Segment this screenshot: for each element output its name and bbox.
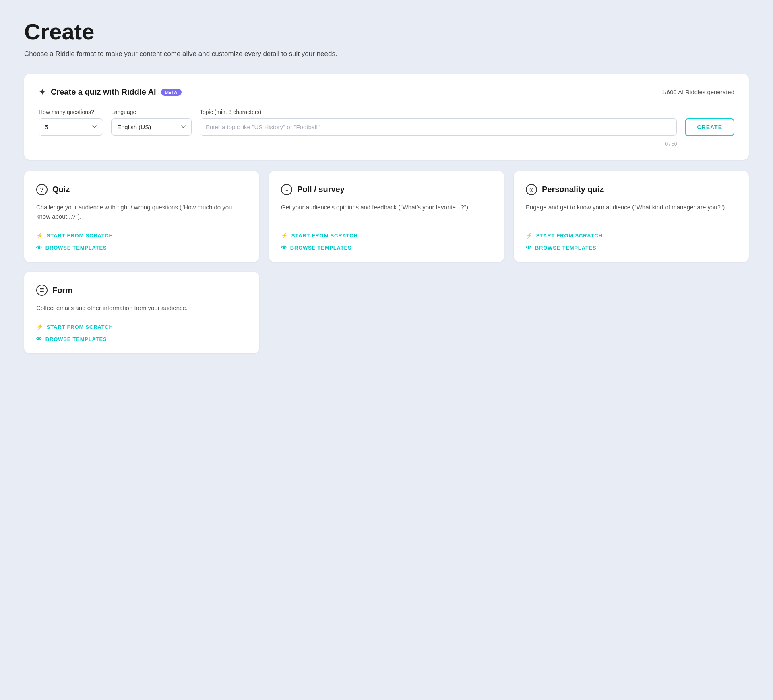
poll-card-title: Poll / survey [297,185,345,194]
questions-group: How many questions? 5 1 2 3 4 6 7 8 9 10 [39,109,103,136]
form-icon: ☰ [36,285,48,296]
form-card-title: Form [52,286,72,295]
topic-group: Topic (min. 3 characters) 0 / 50 [200,109,677,147]
quiz-start-scratch-link[interactable]: ⚡ START FROM SCRATCH [36,232,247,239]
ai-section: ✦ Create a quiz with Riddle AI BETA 1/60… [24,74,749,160]
personality-card-header: ◎ Personality quiz [526,184,737,195]
page-subtitle: Choose a Riddle format to make your cont… [24,50,749,58]
poll-start-scratch-label: START FROM SCRATCH [291,233,358,239]
cards-grid-top: ? Quiz Challenge your audience with righ… [24,171,749,262]
form-browse-templates-link[interactable]: 👁 BROWSE TEMPLATES [36,336,247,342]
quiz-card-header: ? Quiz [36,184,247,195]
magic-wand-icon: ✦ [39,87,46,97]
language-label: Language [111,109,192,115]
language-group: Language English (US) English (UK) Frenc… [111,109,192,136]
poll-icon: ≡ [281,184,292,195]
lightning-icon-personality: ⚡ [526,232,533,239]
quiz-browse-templates-link[interactable]: 👁 BROWSE TEMPLATES [36,244,247,251]
poll-browse-templates-label: BROWSE TEMPLATES [290,245,352,251]
quiz-card-actions: ⚡ START FROM SCRATCH 👁 BROWSE TEMPLATES [36,232,247,251]
poll-browse-templates-link[interactable]: 👁 BROWSE TEMPLATES [281,244,492,251]
ai-riddles-counter: 1/600 AI Riddles generated [661,89,734,95]
form-card: ☰ Form Collect emails and other informat… [24,272,259,353]
personality-browse-templates-label: BROWSE TEMPLATES [535,245,597,251]
form-start-scratch-link[interactable]: ⚡ START FROM SCRATCH [36,324,247,330]
lightning-icon-poll: ⚡ [281,232,288,239]
cards-grid-bottom: ☰ Form Collect emails and other informat… [24,272,749,353]
language-select[interactable]: English (US) English (UK) French German … [111,118,192,136]
char-count: 0 / 50 [200,141,677,147]
lightning-icon-form: ⚡ [36,324,43,330]
eye-icon-poll: 👁 [281,244,287,251]
page-title: Create [24,19,749,44]
topic-input[interactable] [200,118,677,136]
topic-label: Topic (min. 3 characters) [200,109,677,115]
quiz-card: ? Quiz Challenge your audience with righ… [24,171,259,262]
quiz-browse-templates-label: BROWSE TEMPLATES [45,245,107,251]
lightning-icon: ⚡ [36,232,43,239]
poll-start-scratch-link[interactable]: ⚡ START FROM SCRATCH [281,232,492,239]
personality-browse-templates-link[interactable]: 👁 BROWSE TEMPLATES [526,244,737,251]
poll-card-header: ≡ Poll / survey [281,184,492,195]
topic-input-wrapper [200,118,677,136]
form-card-header: ☰ Form [36,285,247,296]
ai-create-button[interactable]: CREATE [685,118,734,136]
ai-section-header: ✦ Create a quiz with Riddle AI BETA 1/60… [39,87,734,97]
form-browse-templates-label: BROWSE TEMPLATES [45,336,107,342]
poll-card: ≡ Poll / survey Get your audience's opin… [269,171,504,262]
poll-card-actions: ⚡ START FROM SCRATCH 👁 BROWSE TEMPLATES [281,232,492,251]
quiz-card-description: Challenge your audience with right / wro… [36,202,247,221]
form-start-scratch-label: START FROM SCRATCH [47,324,113,330]
poll-card-description: Get your audience's opinions and feedbac… [281,202,492,221]
quiz-icon: ? [36,184,48,195]
eye-icon-form: 👁 [36,336,42,342]
quiz-card-title: Quiz [52,185,70,194]
ai-section-title: Create a quiz with Riddle AI [51,87,156,97]
form-card-description: Collect emails and other information fro… [36,303,247,312]
beta-badge: BETA [161,89,182,96]
eye-icon: 👁 [36,244,42,251]
form-card-actions: ⚡ START FROM SCRATCH 👁 BROWSE TEMPLATES [36,324,247,342]
eye-icon-personality: 👁 [526,244,532,251]
ai-header-left: ✦ Create a quiz with Riddle AI BETA [39,87,182,97]
personality-card: ◎ Personality quiz Engage and get to kno… [514,171,749,262]
questions-label: How many questions? [39,109,103,115]
personality-start-scratch-label: START FROM SCRATCH [536,233,603,239]
personality-card-actions: ⚡ START FROM SCRATCH 👁 BROWSE TEMPLATES [526,232,737,251]
quiz-start-scratch-label: START FROM SCRATCH [47,233,113,239]
personality-icon: ◎ [526,184,537,195]
personality-start-scratch-link[interactable]: ⚡ START FROM SCRATCH [526,232,737,239]
personality-card-description: Engage and get to know your audience ("W… [526,202,737,221]
personality-card-title: Personality quiz [542,185,604,194]
questions-select[interactable]: 5 1 2 3 4 6 7 8 9 10 [39,118,103,136]
ai-form: How many questions? 5 1 2 3 4 6 7 8 9 10… [39,109,734,147]
